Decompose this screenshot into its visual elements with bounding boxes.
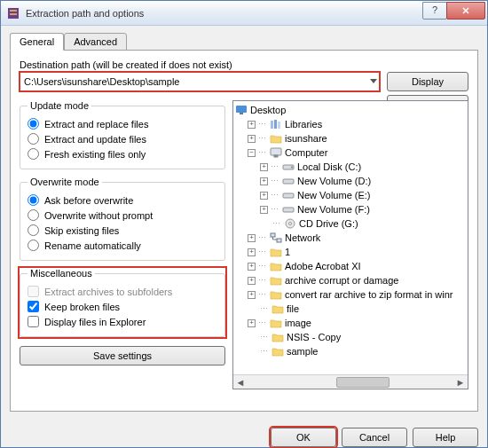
expander-icon[interactable]: + — [260, 163, 268, 171]
svg-rect-1 — [10, 10, 17, 12]
radio-overwrite-noprompt[interactable] — [28, 209, 39, 221]
folder-icon — [272, 303, 284, 315]
svg-rect-13 — [283, 179, 294, 184]
svg-rect-10 — [274, 155, 278, 157]
tab-advanced[interactable]: Advanced — [64, 33, 127, 51]
svg-rect-15 — [283, 208, 294, 212]
computer-icon — [270, 146, 282, 159]
left-column: Update mode Extract and replace files Ex… — [20, 100, 225, 389]
tree-archive-corrupt[interactable]: archive corrupt or damage — [285, 275, 398, 286]
opt-rename-auto[interactable]: Rename automatically — [28, 238, 217, 253]
main-row: Update mode Extract and replace files Ex… — [20, 100, 468, 389]
svg-rect-19 — [277, 239, 281, 242]
tree-convert[interactable]: convert rar archive to zip format in win… — [285, 289, 453, 300]
save-row: Save settings — [20, 346, 225, 365]
folder-tree[interactable]: Desktop +⋯Libraries +⋯isunshare −⋯Comput… — [233, 101, 468, 374]
help-button-titlebar[interactable]: ? — [422, 2, 447, 20]
svg-rect-5 — [240, 113, 243, 114]
radio-ask-before[interactable] — [28, 194, 39, 206]
scroll-thumb[interactable] — [336, 377, 390, 388]
radio-rename-auto[interactable] — [28, 240, 39, 251]
tree-computer[interactable]: Computer — [285, 147, 327, 158]
opt-ask-before[interactable]: Ask before overwrite — [28, 193, 217, 208]
expander-icon[interactable]: + — [248, 135, 256, 143]
tree-file[interactable]: file — [287, 303, 299, 314]
expander-icon[interactable]: + — [248, 319, 256, 327]
ok-button[interactable]: OK — [271, 428, 336, 447]
tree-acrobat[interactable]: Adobe Acrobat XI — [285, 261, 361, 271]
folder-icon — [270, 260, 282, 272]
folder-icon — [270, 288, 282, 301]
opt-display-explorer[interactable]: Display files in Explorer — [28, 314, 217, 329]
radio-skip-existing[interactable] — [28, 224, 39, 236]
tree-vol-f[interactable]: New Volume (F:) — [297, 204, 370, 215]
window-title: Extraction path and options — [26, 8, 423, 19]
tree-1[interactable]: 1 — [285, 247, 290, 257]
folder-icon — [270, 132, 282, 145]
destination-label: Destination path (will be created if doe… — [20, 59, 468, 70]
scroll-right-icon[interactable]: ► — [453, 375, 468, 389]
chevron-down-icon — [370, 79, 377, 84]
folder-icon — [270, 274, 282, 287]
expander-icon[interactable]: + — [248, 291, 256, 299]
destination-combo[interactable]: C:\Users\isunshare\Desktop\sample — [20, 72, 380, 91]
destination-row: C:\Users\isunshare\Desktop\sample Displa… — [20, 72, 468, 91]
expander-icon[interactable]: + — [248, 263, 256, 271]
tree-libraries[interactable]: Libraries — [285, 119, 322, 130]
tab-strip: General Advanced — [10, 33, 478, 51]
tab-general[interactable]: General — [10, 33, 64, 51]
folder-icon — [270, 246, 282, 258]
tree-vol-e[interactable]: New Volume (E:) — [297, 190, 371, 200]
svg-point-12 — [291, 167, 293, 169]
svg-rect-4 — [236, 106, 247, 113]
expander-icon[interactable]: + — [260, 177, 268, 185]
svg-rect-6 — [271, 121, 273, 129]
opt-extract-update[interactable]: Extract and update files — [28, 131, 217, 146]
expander-icon[interactable]: + — [248, 234, 256, 242]
save-settings-button[interactable]: Save settings — [20, 346, 225, 365]
tree-cd-g[interactable]: CD Drive (G:) — [299, 218, 358, 229]
expander-icon[interactable]: + — [260, 192, 268, 200]
scroll-left-icon[interactable]: ◄ — [233, 375, 248, 389]
radio-extract-replace[interactable] — [28, 118, 39, 130]
opt-keep-broken[interactable]: Keep broken files — [28, 299, 217, 314]
opt-fresh-only[interactable]: Fresh existing files only — [28, 146, 217, 161]
check-extract-subfolders — [28, 286, 39, 297]
update-mode-legend: Update mode — [28, 100, 91, 111]
drive-icon — [282, 203, 295, 216]
svg-text:?: ? — [432, 6, 437, 15]
expander-icon[interactable]: + — [248, 121, 256, 129]
tree-vol-d[interactable]: New Volume (D:) — [297, 176, 371, 186]
expander-icon[interactable]: + — [260, 206, 268, 214]
horizontal-scrollbar[interactable]: ◄ ► — [233, 374, 468, 389]
display-button[interactable]: Display — [387, 72, 468, 91]
window-controls: ? — [423, 2, 485, 20]
tree-network[interactable]: Network — [285, 232, 320, 243]
expander-icon[interactable]: − — [248, 149, 256, 157]
svg-rect-8 — [278, 122, 280, 129]
opt-skip-existing[interactable]: Skip existing files — [28, 223, 217, 238]
cancel-button[interactable]: Cancel — [342, 428, 407, 447]
tree-isunshare[interactable]: isunshare — [285, 133, 327, 144]
tree-local-c[interactable]: Local Disk (C:) — [297, 161, 361, 172]
desktop-icon — [235, 104, 248, 116]
tree-nsis[interactable]: NSIS - Copy — [287, 332, 341, 342]
close-button[interactable] — [446, 2, 485, 20]
svg-point-17 — [289, 223, 292, 225]
tree-image[interactable]: image — [285, 318, 311, 328]
opt-extract-subfolders: Extract archives to subfolders — [28, 284, 217, 299]
check-display-explorer[interactable] — [28, 316, 39, 327]
opt-extract-replace[interactable]: Extract and replace files — [28, 116, 217, 131]
tree-sample[interactable]: sample — [287, 346, 318, 357]
folder-icon — [272, 331, 284, 343]
radio-extract-update[interactable] — [28, 133, 39, 145]
expander-icon[interactable]: + — [248, 248, 256, 256]
help-button[interactable]: Help — [413, 428, 478, 447]
check-keep-broken[interactable] — [28, 301, 39, 312]
tree-desktop[interactable]: Desktop — [250, 105, 286, 115]
radio-fresh-only[interactable] — [28, 148, 39, 160]
opt-overwrite-noprompt[interactable]: Overwrite without prompt — [28, 208, 217, 223]
svg-rect-9 — [271, 148, 281, 155]
expander-icon[interactable]: + — [248, 277, 256, 285]
miscellaneous-group: Miscellaneous Extract archives to subfol… — [20, 268, 225, 337]
